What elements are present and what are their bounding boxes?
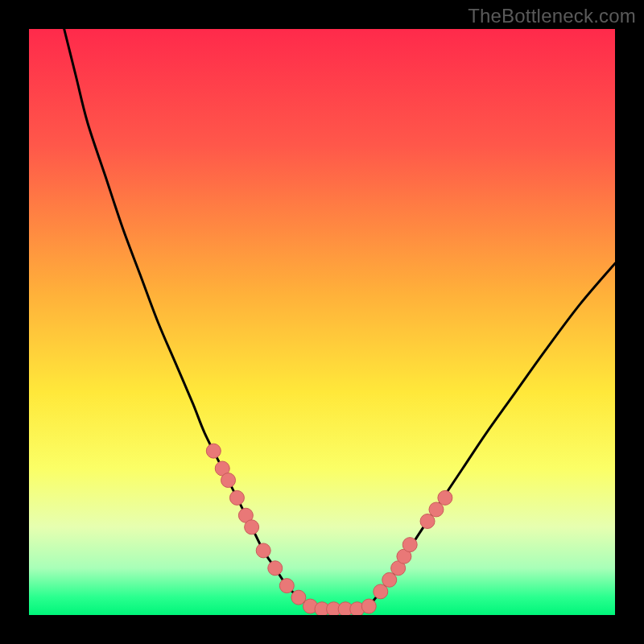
plot-area (29, 29, 615, 617)
data-marker (268, 561, 283, 576)
gradient-background (29, 29, 615, 615)
data-marker (438, 490, 452, 505)
chart-svg (0, 0, 644, 644)
data-marker (229, 490, 244, 505)
data-marker (279, 579, 294, 593)
data-marker (361, 599, 376, 613)
data-marker (221, 473, 236, 488)
data-marker (402, 538, 417, 552)
data-marker (256, 543, 270, 558)
data-marker (245, 520, 259, 535)
data-marker (206, 444, 221, 458)
watermark-text: TheBottleneck.com (468, 5, 636, 27)
chart-frame: TheBottleneck.com (0, 0, 644, 644)
